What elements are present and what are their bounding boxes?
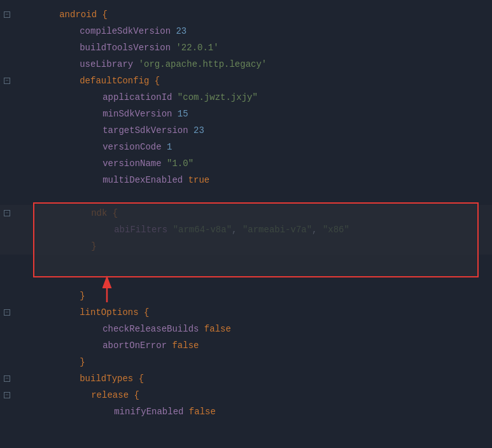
code-line: minifyEnabled false [0,403,492,420]
code-token: multiDexEnabled [102,175,188,185]
gutter: − [0,375,14,382]
fold-indicator[interactable]: − [4,309,10,316]
code-token: true [188,175,210,185]
code-lines: − android { compileSdkVersion 23 buildTo… [0,6,492,420]
code-editor: − android { compileSdkVersion 23 buildTo… [0,0,492,448]
gutter: − [0,392,14,398]
code-line [0,255,492,271]
fold-indicator[interactable]: − [4,392,10,398]
fold-indicator[interactable]: − [4,210,10,216]
gutter: − [0,210,14,216]
code-line: multiDexEnabled true [0,172,492,188]
gutter: − [0,78,14,84]
gutter: − [0,11,14,18]
fold-indicator[interactable]: − [4,78,10,84]
fold-indicator[interactable]: − [4,375,10,382]
fold-indicator[interactable]: − [4,11,10,18]
gutter: − [0,309,14,316]
code-token: minifyEnabled [114,407,189,417]
code-line: } [0,238,492,255]
code-token: } [91,241,96,251]
code-token: false [189,407,216,417]
line-content: minifyEnabled false [14,396,492,427]
